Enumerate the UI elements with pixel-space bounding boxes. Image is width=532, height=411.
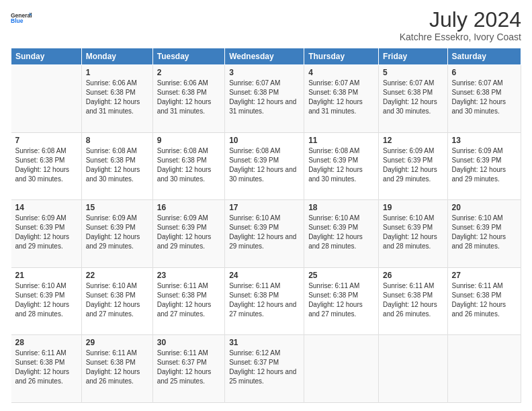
cell-info: Sunrise: 6:09 AMSunset: 6:39 PMDaylight:… <box>86 214 140 250</box>
calendar-cell: 28Sunrise: 6:11 AMSunset: 6:38 PMDayligh… <box>11 335 82 403</box>
cell-info: Sunrise: 6:07 AMSunset: 6:38 PMDaylight:… <box>452 79 506 115</box>
day-number: 18 <box>308 203 374 212</box>
cell-info: Sunrise: 6:10 AMSunset: 6:39 PMDaylight:… <box>452 214 506 250</box>
day-number: 8 <box>86 136 148 145</box>
col-friday: Friday <box>379 48 447 65</box>
cell-info: Sunrise: 6:11 AMSunset: 6:38 PMDaylight:… <box>157 282 212 318</box>
calendar-cell: 26Sunrise: 6:11 AMSunset: 6:38 PMDayligh… <box>379 267 447 335</box>
day-number: 12 <box>383 136 443 145</box>
subtitle: Katchre Essekro, Ivory Coast <box>400 32 521 42</box>
calendar-cell <box>447 335 521 403</box>
cell-info: Sunrise: 6:06 AMSunset: 6:38 PMDaylight:… <box>86 79 140 115</box>
day-number: 19 <box>383 203 443 212</box>
calendar-cell <box>304 335 379 403</box>
cell-info: Sunrise: 6:08 AMSunset: 6:39 PMDaylight:… <box>308 147 363 183</box>
cell-info: Sunrise: 6:06 AMSunset: 6:38 PMDaylight:… <box>157 79 212 115</box>
day-number: 30 <box>157 338 220 347</box>
title-block: July 2024 Katchre Essekro, Ivory Coast <box>400 8 521 42</box>
col-monday: Monday <box>81 48 152 65</box>
calendar-cell: 13Sunrise: 6:09 AMSunset: 6:39 PMDayligh… <box>447 132 521 200</box>
day-number: 23 <box>157 271 220 280</box>
cell-info: Sunrise: 6:10 AMSunset: 6:38 PMDaylight:… <box>86 282 140 318</box>
cell-info: Sunrise: 6:12 AMSunset: 6:37 PMDaylight:… <box>229 349 296 385</box>
cell-info: Sunrise: 6:10 AMSunset: 6:39 PMDaylight:… <box>308 214 363 250</box>
header: General Blue July 2024 Katchre Essekro, … <box>11 8 521 42</box>
calendar-week-1: 7Sunrise: 6:08 AMSunset: 6:38 PMDaylight… <box>11 132 521 200</box>
day-number: 13 <box>452 136 517 145</box>
cell-info: Sunrise: 6:11 AMSunset: 6:38 PMDaylight:… <box>452 282 506 318</box>
day-number: 24 <box>229 271 300 280</box>
main-title: July 2024 <box>400 8 521 32</box>
calendar-cell: 31Sunrise: 6:12 AMSunset: 6:37 PMDayligh… <box>225 335 304 403</box>
svg-text:Blue: Blue <box>11 17 24 24</box>
day-number: 7 <box>15 136 77 145</box>
day-number: 16 <box>157 203 220 212</box>
calendar-cell <box>11 65 82 133</box>
day-number: 5 <box>383 68 443 77</box>
cell-info: Sunrise: 6:08 AMSunset: 6:38 PMDaylight:… <box>157 147 212 183</box>
cell-info: Sunrise: 6:11 AMSunset: 6:38 PMDaylight:… <box>383 282 437 318</box>
calendar-cell: 8Sunrise: 6:08 AMSunset: 6:38 PMDaylight… <box>81 132 152 200</box>
cell-info: Sunrise: 6:09 AMSunset: 6:39 PMDaylight:… <box>452 147 506 183</box>
calendar-week-2: 14Sunrise: 6:09 AMSunset: 6:39 PMDayligh… <box>11 200 521 268</box>
calendar-header: Sunday Monday Tuesday Wednesday Thursday… <box>11 48 521 65</box>
calendar-cell: 23Sunrise: 6:11 AMSunset: 6:38 PMDayligh… <box>152 267 224 335</box>
day-number: 26 <box>383 271 443 280</box>
day-number: 14 <box>15 203 77 212</box>
day-number: 4 <box>308 68 374 77</box>
calendar-week-4: 28Sunrise: 6:11 AMSunset: 6:38 PMDayligh… <box>11 335 521 403</box>
calendar-week-3: 21Sunrise: 6:10 AMSunset: 6:39 PMDayligh… <box>11 267 521 335</box>
logo: General Blue <box>11 8 32 30</box>
calendar-cell: 19Sunrise: 6:10 AMSunset: 6:39 PMDayligh… <box>379 200 447 268</box>
calendar-cell: 9Sunrise: 6:08 AMSunset: 6:38 PMDaylight… <box>152 132 224 200</box>
calendar-cell: 24Sunrise: 6:11 AMSunset: 6:38 PMDayligh… <box>225 267 304 335</box>
calendar-week-0: 1Sunrise: 6:06 AMSunset: 6:38 PMDaylight… <box>11 65 521 133</box>
calendar-cell: 17Sunrise: 6:10 AMSunset: 6:39 PMDayligh… <box>225 200 304 268</box>
day-number: 3 <box>229 68 300 77</box>
day-number: 31 <box>229 338 300 347</box>
cell-info: Sunrise: 6:10 AMSunset: 6:39 PMDaylight:… <box>383 214 437 250</box>
day-number: 2 <box>157 68 220 77</box>
calendar-cell: 27Sunrise: 6:11 AMSunset: 6:38 PMDayligh… <box>447 267 521 335</box>
calendar-cell: 18Sunrise: 6:10 AMSunset: 6:39 PMDayligh… <box>304 200 379 268</box>
calendar-cell: 6Sunrise: 6:07 AMSunset: 6:38 PMDaylight… <box>447 65 521 133</box>
day-number: 1 <box>86 68 148 77</box>
day-number: 9 <box>157 136 220 145</box>
cell-info: Sunrise: 6:11 AMSunset: 6:38 PMDaylight:… <box>308 282 363 318</box>
calendar-cell: 4Sunrise: 6:07 AMSunset: 6:38 PMDaylight… <box>304 65 379 133</box>
cell-info: Sunrise: 6:09 AMSunset: 6:39 PMDaylight:… <box>383 147 437 183</box>
day-number: 25 <box>308 271 374 280</box>
cell-info: Sunrise: 6:11 AMSunset: 6:38 PMDaylight:… <box>15 349 70 385</box>
calendar-cell <box>379 335 447 403</box>
cell-info: Sunrise: 6:07 AMSunset: 6:38 PMDaylight:… <box>229 79 296 115</box>
calendar-cell: 29Sunrise: 6:11 AMSunset: 6:38 PMDayligh… <box>81 335 152 403</box>
calendar-cell: 25Sunrise: 6:11 AMSunset: 6:38 PMDayligh… <box>304 267 379 335</box>
cell-info: Sunrise: 6:11 AMSunset: 6:37 PMDaylight:… <box>157 349 212 385</box>
calendar-cell: 15Sunrise: 6:09 AMSunset: 6:39 PMDayligh… <box>81 200 152 268</box>
calendar-cell: 2Sunrise: 6:06 AMSunset: 6:38 PMDaylight… <box>152 65 224 133</box>
cell-info: Sunrise: 6:10 AMSunset: 6:39 PMDaylight:… <box>15 282 70 318</box>
calendar-cell: 11Sunrise: 6:08 AMSunset: 6:39 PMDayligh… <box>304 132 379 200</box>
cell-info: Sunrise: 6:09 AMSunset: 6:39 PMDaylight:… <box>157 214 212 250</box>
header-row: Sunday Monday Tuesday Wednesday Thursday… <box>11 48 521 65</box>
calendar-cell: 3Sunrise: 6:07 AMSunset: 6:38 PMDaylight… <box>225 65 304 133</box>
day-number: 20 <box>452 203 517 212</box>
cell-info: Sunrise: 6:10 AMSunset: 6:39 PMDaylight:… <box>229 214 296 250</box>
cell-info: Sunrise: 6:11 AMSunset: 6:38 PMDaylight:… <box>86 349 140 385</box>
day-number: 11 <box>308 136 374 145</box>
calendar-cell: 16Sunrise: 6:09 AMSunset: 6:39 PMDayligh… <box>152 200 224 268</box>
col-sunday: Sunday <box>11 48 82 65</box>
cell-info: Sunrise: 6:08 AMSunset: 6:38 PMDaylight:… <box>15 147 70 183</box>
logo-svg: General Blue <box>11 8 32 30</box>
cell-info: Sunrise: 6:09 AMSunset: 6:39 PMDaylight:… <box>15 214 70 250</box>
cell-info: Sunrise: 6:08 AMSunset: 6:38 PMDaylight:… <box>86 147 140 183</box>
day-number: 28 <box>15 338 77 347</box>
col-wednesday: Wednesday <box>225 48 304 65</box>
calendar-cell: 7Sunrise: 6:08 AMSunset: 6:38 PMDaylight… <box>11 132 82 200</box>
day-number: 27 <box>452 271 517 280</box>
day-number: 22 <box>86 271 148 280</box>
day-number: 6 <box>452 68 517 77</box>
col-tuesday: Tuesday <box>152 48 224 65</box>
calendar-cell: 10Sunrise: 6:08 AMSunset: 6:39 PMDayligh… <box>225 132 304 200</box>
calendar-cell: 12Sunrise: 6:09 AMSunset: 6:39 PMDayligh… <box>379 132 447 200</box>
